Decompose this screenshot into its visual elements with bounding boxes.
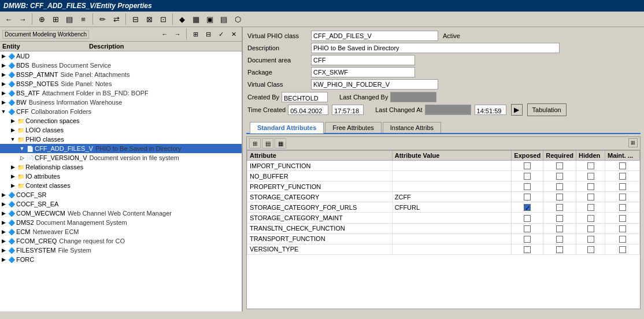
tabulation-btn[interactable]: Tabulation <box>527 103 567 116</box>
tree-item-bds[interactable]: ▶ 🔷 BDS Business Document Service <box>0 61 242 70</box>
checkbox[interactable] <box>587 204 594 211</box>
back-btn[interactable]: ← <box>2 13 15 25</box>
checkbox[interactable] <box>587 215 594 222</box>
expand-icon[interactable]: ▶ <box>0 192 7 198</box>
package-input[interactable] <box>311 67 415 77</box>
expand-icon[interactable]: ▶ <box>0 220 7 225</box>
toolbar-btn-14[interactable]: ⬡ <box>231 13 244 25</box>
expand-icon[interactable]: ▶ <box>9 164 16 170</box>
checkbox[interactable] <box>524 194 531 201</box>
left-tool-4[interactable]: ✕ <box>228 28 239 40</box>
checkbox[interactable]: ✓ <box>524 204 531 211</box>
expand-icon[interactable]: ▶ <box>0 81 7 87</box>
left-nav-fwd[interactable]: → <box>172 28 183 40</box>
toolbar-btn-10[interactable]: ◆ <box>176 13 188 25</box>
toolbar-btn-7[interactable]: ⊟ <box>129 13 142 25</box>
checkbox[interactable] <box>524 173 531 180</box>
toolbar-btn-1[interactable]: ⊕ <box>35 13 48 25</box>
checkbox[interactable] <box>587 162 594 169</box>
checkbox[interactable] <box>619 162 626 169</box>
tree-item-cff_context_classes[interactable]: ▶ 📁 Context classes <box>0 181 242 190</box>
left-tool-2[interactable]: ⊟ <box>202 28 214 40</box>
checkbox[interactable] <box>587 236 594 243</box>
checkbox[interactable] <box>556 162 563 169</box>
tree-item-fcom_creq[interactable]: ▶ 🔷 FCOM_CREQ Change request for CO <box>0 236 242 246</box>
expand-icon[interactable]: ▶ <box>0 229 7 235</box>
tree-item-bs_atf[interactable]: ▶ 🔷 BS_ATF Attachment Folder in BS_FND: … <box>0 88 242 98</box>
checkbox[interactable] <box>587 225 594 232</box>
toolbar-btn-8[interactable]: ⊠ <box>143 13 156 25</box>
checkbox[interactable] <box>556 173 563 180</box>
tree-item-cocf_sr[interactable]: ▶ 🔷 COCF_SR <box>0 190 242 199</box>
tree-item-cff_version_v[interactable]: ▷ 📄 CFF_VERSION_V Document version in fi… <box>0 153 242 162</box>
tree-item-dms2[interactable]: ▶ 🔷 DMS2 Document Management System <box>0 218 242 227</box>
checkbox[interactable] <box>524 215 531 222</box>
tree-item-cff[interactable]: ▼ 🔷 CFF Collaboration Folders <box>0 107 242 116</box>
left-tool-3[interactable]: ✓ <box>215 28 227 40</box>
tree-item-bw[interactable]: ▶ 🔷 BW Business Information Warehouse <box>0 98 242 107</box>
checkbox[interactable] <box>587 246 594 253</box>
expand-icon[interactable]: ▶ <box>0 247 7 253</box>
checkbox[interactable] <box>619 194 626 201</box>
checkbox[interactable] <box>556 204 563 211</box>
toolbar-btn-13[interactable]: ▤ <box>217 13 230 25</box>
col-resize-btn[interactable]: ⊞ <box>628 138 638 147</box>
checkbox[interactable] <box>587 194 594 201</box>
tree-item-cff_io_attributes[interactable]: ▶ 📁 IO attributes <box>0 172 242 181</box>
tree-item-cff_add_files_v[interactable]: ▼ 📄 CFF_ADD_FILES_V PHIO to Be Saved in … <box>0 144 242 153</box>
checkbox[interactable] <box>619 246 626 253</box>
checkbox[interactable] <box>587 183 594 190</box>
toolbar-btn-5[interactable]: ✏ <box>96 13 109 25</box>
tab-free-attributes[interactable]: Free Attributes <box>325 122 382 133</box>
expand-icon[interactable]: ▶ <box>9 173 16 179</box>
toolbar-btn-6[interactable]: ⇄ <box>110 13 123 25</box>
expand-icon[interactable]: ▶ <box>0 53 7 59</box>
table-btn-1[interactable]: ⊞ <box>249 138 261 149</box>
checkbox[interactable] <box>556 225 563 232</box>
expand-icon[interactable]: ▶ <box>0 238 7 244</box>
tree-item-com_wecwcm[interactable]: ▶ 🔷 COM_WECWCM Web Channel Web Content M… <box>0 209 242 218</box>
expand-icon[interactable]: ▶ <box>9 118 16 124</box>
checkbox[interactable] <box>556 215 563 222</box>
tree-item-ecm[interactable]: ▶ 🔷 ECM Netweaver ECM <box>0 227 242 236</box>
tree-item-bssp_notes[interactable]: ▶ 🔷 BSSP_NOTES Side Panel: Notes <box>0 79 242 88</box>
checkbox[interactable] <box>556 194 563 201</box>
tree-item-cff_phio_classes[interactable]: ▼ 📁 PHIO classes <box>0 135 242 144</box>
checkbox[interactable] <box>524 162 531 169</box>
checkbox[interactable] <box>619 173 626 180</box>
toolbar-btn-2[interactable]: ⊞ <box>49 13 62 25</box>
tree-item-filesystem[interactable]: ▶ 🔷 FILESYSTEM File System <box>0 246 242 255</box>
toolbar-btn-12[interactable]: ▣ <box>203 13 216 25</box>
checkbox[interactable] <box>524 236 531 243</box>
expand-icon[interactable]: ▶ <box>0 201 7 207</box>
expand-icon[interactable]: ▶ <box>0 99 7 105</box>
tree-item-cocf_sr_ea[interactable]: ▶ 🔷 COCF_SR_EA <box>0 199 242 209</box>
description-input[interactable] <box>311 43 560 53</box>
tab-standard-attributes[interactable]: Standard Attributes <box>250 122 324 133</box>
nav-arrow-btn[interactable]: ▶ <box>511 104 523 116</box>
expand-icon[interactable]: ▶ <box>0 62 7 68</box>
expand-icon[interactable]: ▼ <box>0 109 7 114</box>
virtual-phio-input[interactable] <box>311 31 438 41</box>
expand-icon[interactable]: ▶ <box>0 210 7 216</box>
expand-icon[interactable]: ▶ <box>0 90 7 96</box>
left-nav-back[interactable]: ← <box>159 28 171 40</box>
checkbox[interactable] <box>619 215 626 222</box>
tree-item-bssp_atmnt[interactable]: ▶ 🔷 BSSP_ATMNT Side Panel: Attachments <box>0 70 242 79</box>
toolbar-btn-4[interactable]: ≡ <box>77 13 90 25</box>
expand-icon[interactable]: ▶ <box>9 127 16 133</box>
tree-item-cff_loio_classes[interactable]: ▶ 📁 LOIO classes <box>0 125 242 135</box>
left-tool-1[interactable]: ⊞ <box>190 28 201 40</box>
toolbar-btn-9[interactable]: ⊡ <box>157 13 169 25</box>
checkbox[interactable] <box>556 183 563 190</box>
expand-icon[interactable]: ▶ <box>0 257 7 262</box>
expand-icon[interactable]: ▼ <box>18 146 25 151</box>
checkbox[interactable] <box>524 225 531 232</box>
toolbar-btn-3[interactable]: ▤ <box>63 13 76 25</box>
tab-instance-attribs[interactable]: Instance Attribs <box>383 122 441 133</box>
toolbar-btn-11[interactable]: ▦ <box>190 13 202 25</box>
expand-icon[interactable]: ▷ <box>18 155 25 161</box>
tree-item-cff_relationship_classes[interactable]: ▶ 📁 Relationship classes <box>0 162 242 172</box>
expand-icon[interactable]: ▼ <box>9 136 16 142</box>
checkbox[interactable] <box>619 225 626 232</box>
